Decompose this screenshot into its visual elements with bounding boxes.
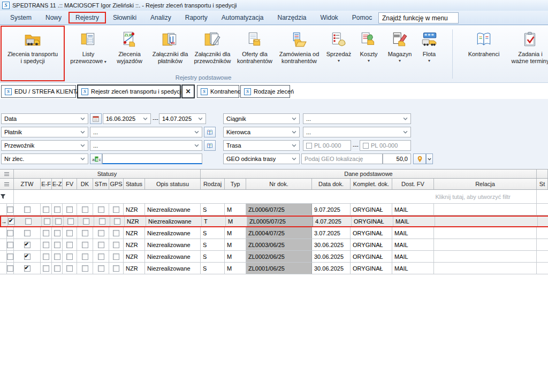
ciagnik-value-combobox[interactable]: ... (303, 113, 411, 124)
table-row[interactable]: NZR Niezrealizowane T M ZL0005/07/25 4.0… (0, 216, 548, 227)
ez-checkbox[interactable] (54, 253, 60, 260)
dk-cell[interactable] (77, 204, 93, 215)
ribbon-button-warehouse[interactable]: Magazyn (384, 27, 416, 79)
ef-cell[interactable] (41, 263, 52, 274)
group-header-statusy[interactable]: Statusy (14, 170, 201, 178)
tab-kontrahenci[interactable]: S Kontrahenci (197, 85, 239, 98)
filter-field-przewoznik[interactable]: Przewoźnik (1, 140, 88, 151)
menu-search-input[interactable] (378, 12, 459, 24)
menu-item[interactable]: Pomoc (345, 12, 379, 24)
fv-checkbox[interactable] (66, 265, 73, 272)
grid-corner-cell[interactable] (0, 170, 14, 178)
grid-filter-row[interactable]: Kliknij tutaj, aby utworzyć filtr (0, 190, 548, 204)
stm-cell[interactable] (93, 204, 109, 215)
column-header-typ[interactable]: Typ (225, 179, 246, 189)
ef-checkbox[interactable] (44, 218, 50, 225)
gps-checkbox[interactable] (113, 253, 119, 260)
filter-row-icon-cell[interactable] (0, 190, 14, 203)
row-select-cell[interactable] (7, 263, 14, 274)
stm-checkbox[interactable] (98, 242, 104, 248)
gps-checkbox[interactable] (113, 230, 119, 236)
row-select-checkbox[interactable] (7, 242, 13, 248)
gps-cell[interactable] (109, 204, 124, 215)
ribbon-button-fleet[interactable]: Flota (417, 27, 442, 79)
ef-checkbox[interactable] (43, 253, 49, 260)
ez-cell[interactable] (52, 239, 63, 250)
date-from-combobox[interactable]: 16.06.2025 (103, 113, 151, 124)
column-header-data-dok[interactable]: Data dok. (312, 179, 351, 189)
column-header-rodzaj[interactable]: Rodzaj (201, 179, 225, 189)
filter-field-ciagnik[interactable]: Ciągnik (223, 113, 300, 124)
table-row[interactable]: NZR Niezrealizowane S M ZL0002/06/25 30.… (0, 251, 548, 263)
tab-edu-strefa-klienta[interactable]: S EDU / STREFA KLIENTA (1, 85, 76, 98)
stm-checkbox[interactable] (98, 206, 104, 213)
ztw-checkbox[interactable] (24, 253, 31, 260)
stm-cell[interactable] (93, 227, 109, 239)
stm-cell[interactable] (94, 217, 110, 226)
ribbon-button-sales[interactable]: Sprzedaż (324, 27, 354, 79)
column-header-nr-dok[interactable]: Nr dok. (246, 179, 312, 189)
column-header-ztw[interactable]: ZTW (14, 179, 41, 189)
row-select-cell[interactable] (7, 204, 14, 215)
gps-checkbox[interactable] (113, 265, 119, 272)
dk-checkbox[interactable] (82, 206, 88, 213)
date-to-combobox[interactable]: 14.07.2025 (159, 113, 206, 124)
fv-cell[interactable] (63, 239, 77, 250)
row-select-checkbox[interactable] (7, 253, 13, 260)
menu-item[interactable]: System (3, 12, 39, 24)
ztw-cell[interactable] (14, 227, 41, 239)
column-header-ez[interactable]: E-Z (52, 179, 63, 189)
menu-item[interactable]: Rejestry (68, 12, 106, 24)
ef-checkbox[interactable] (43, 206, 49, 213)
geo-pin-dropdown[interactable] (426, 153, 433, 164)
gps-cell[interactable] (109, 251, 124, 262)
fv-checkbox[interactable] (66, 253, 73, 260)
filter-field-trasa[interactable]: Trasa (223, 140, 300, 151)
trasa-to-input[interactable]: PL 00-000 (360, 140, 411, 151)
platnik-lookup-button[interactable] (204, 127, 216, 137)
row-select-cell[interactable] (7, 251, 14, 262)
ef-cell[interactable] (41, 239, 52, 250)
tab-rodzaje-zlecen[interactable]: S Rodzaje zleceń (240, 85, 290, 98)
filter-field-geo[interactable]: GEO odcinka trasy (223, 153, 300, 164)
geo-pin-button[interactable] (413, 153, 426, 164)
ribbon-button-departure-orders[interactable]: ZLW Zlecenia wyjazdów (110, 27, 149, 79)
row-select-checkbox[interactable] (8, 218, 14, 225)
geo-radius-input[interactable]: 50,0 (383, 153, 411, 164)
ztw-checkbox[interactable] (25, 218, 32, 225)
ztw-cell[interactable] (14, 239, 41, 250)
column-header-stm[interactable]: STm (93, 179, 109, 189)
table-row[interactable]: NZR Niezrealizowane S M ZL0006/07/25 9.0… (0, 204, 548, 216)
ztw-checkbox[interactable] (24, 230, 31, 236)
ez-checkbox[interactable] (54, 265, 60, 272)
fv-cell[interactable] (63, 227, 77, 239)
ztw-cell[interactable] (14, 204, 41, 215)
ez-checkbox[interactable] (54, 206, 60, 213)
tab-rejestr-zlecen[interactable]: S Rejestr zleceń transportu i spedycji (77, 84, 181, 98)
ef-cell[interactable] (42, 217, 53, 226)
dk-checkbox[interactable] (82, 265, 88, 272)
row-select-checkbox[interactable] (7, 206, 13, 213)
dk-checkbox[interactable] (83, 218, 89, 225)
column-header-status[interactable]: Status (124, 179, 145, 189)
menu-item[interactable]: Nowy (39, 12, 68, 24)
stm-cell[interactable] (93, 251, 109, 262)
stm-cell[interactable] (93, 263, 109, 274)
ef-cell[interactable] (41, 204, 52, 215)
fv-checkbox[interactable] (66, 242, 73, 248)
fv-checkbox[interactable] (66, 230, 73, 236)
column-header-opis-statusu[interactable]: Opis statusu (145, 179, 201, 189)
ztw-cell[interactable] (14, 263, 41, 274)
ribbon-button-costs[interactable]: Koszty (355, 27, 383, 79)
ef-cell[interactable] (41, 227, 52, 239)
ribbon-button-transport-orders[interactable]: Zlecenia transportu i spedycji (2, 27, 64, 79)
row-select-cell[interactable] (8, 217, 15, 226)
gps-cell[interactable] (109, 227, 124, 239)
dk-cell[interactable] (77, 239, 93, 250)
ez-cell[interactable] (52, 263, 63, 274)
ribbon-button-tasks[interactable]: Zadania i ważne terminy (509, 27, 548, 79)
row-select-cell[interactable] (7, 239, 14, 250)
trasa-from-input[interactable]: PL 00-000 (303, 140, 351, 151)
menu-item[interactable]: Raporty (178, 12, 215, 24)
filter-field-nr-zlec[interactable]: Nr zlec. (1, 153, 88, 164)
